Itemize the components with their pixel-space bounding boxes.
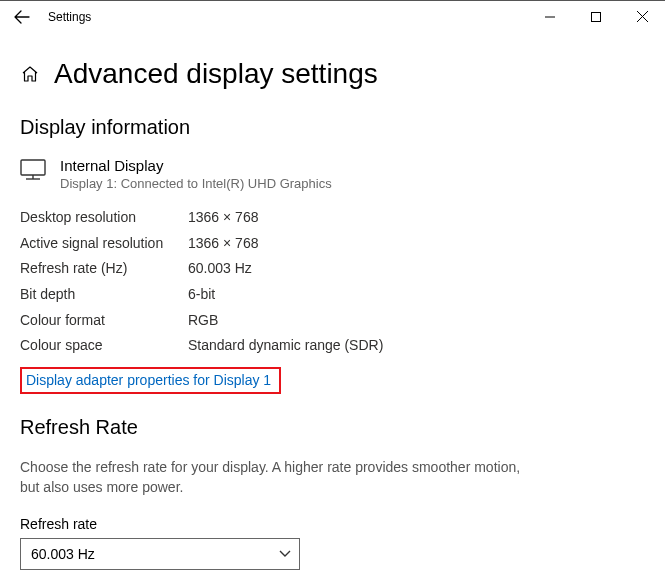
minimize-button[interactable] <box>527 1 573 33</box>
page-title: Advanced display settings <box>54 58 378 90</box>
window-title: Settings <box>44 10 91 24</box>
display-subtitle: Display 1: Connected to Intel(R) UHD Gra… <box>60 176 332 191</box>
maximize-button[interactable] <box>573 1 619 33</box>
section-refresh-rate: Refresh Rate <box>20 416 645 439</box>
info-row: Refresh rate (Hz)60.003 Hz <box>20 256 645 282</box>
close-icon <box>637 11 648 22</box>
section-display-info: Display information <box>20 116 645 139</box>
info-value: 6-bit <box>188 284 215 306</box>
info-row: Desktop resolution1366 × 768 <box>20 205 645 231</box>
info-value: 1366 × 768 <box>188 207 258 229</box>
refresh-rate-description: Choose the refresh rate for your display… <box>20 457 540 498</box>
svg-rect-0 <box>592 12 601 21</box>
info-row: Bit depth6-bit <box>20 282 645 308</box>
refresh-rate-dropdown[interactable]: 60.003 Hz <box>20 538 300 570</box>
titlebar: Settings <box>0 0 665 32</box>
info-row: Colour formatRGB <box>20 308 645 334</box>
info-key: Active signal resolution <box>20 233 188 255</box>
minimize-icon <box>545 12 555 22</box>
home-button[interactable] <box>20 64 40 84</box>
display-info-table: Desktop resolution1366 × 768 Active sign… <box>20 205 645 359</box>
info-value: RGB <box>188 310 218 332</box>
info-key: Bit depth <box>20 284 188 306</box>
info-value: 1366 × 768 <box>188 233 258 255</box>
info-row: Active signal resolution1366 × 768 <box>20 231 645 257</box>
display-name: Internal Display <box>60 157 332 174</box>
info-key: Desktop resolution <box>20 207 188 229</box>
chevron-down-icon <box>279 547 291 561</box>
info-key: Colour format <box>20 310 188 332</box>
content-area: Advanced display settings Display inform… <box>0 58 665 571</box>
info-value: 60.003 Hz <box>188 258 252 280</box>
info-value: Standard dynamic range (SDR) <box>188 335 383 357</box>
close-button[interactable] <box>619 1 665 33</box>
home-icon <box>21 65 39 83</box>
info-key: Refresh rate (Hz) <box>20 258 188 280</box>
refresh-rate-value: 60.003 Hz <box>31 546 95 562</box>
maximize-icon <box>591 12 601 22</box>
info-key: Colour space <box>20 335 188 357</box>
refresh-rate-label: Refresh rate <box>20 516 645 532</box>
arrow-left-icon <box>14 9 30 25</box>
back-button[interactable] <box>0 1 44 33</box>
svg-rect-1 <box>21 160 45 175</box>
display-block: Internal Display Display 1: Connected to… <box>20 157 645 191</box>
monitor-icon <box>20 159 46 185</box>
info-row: Colour spaceStandard dynamic range (SDR) <box>20 333 645 359</box>
display-adapter-link[interactable]: Display adapter properties for Display 1 <box>20 367 281 394</box>
